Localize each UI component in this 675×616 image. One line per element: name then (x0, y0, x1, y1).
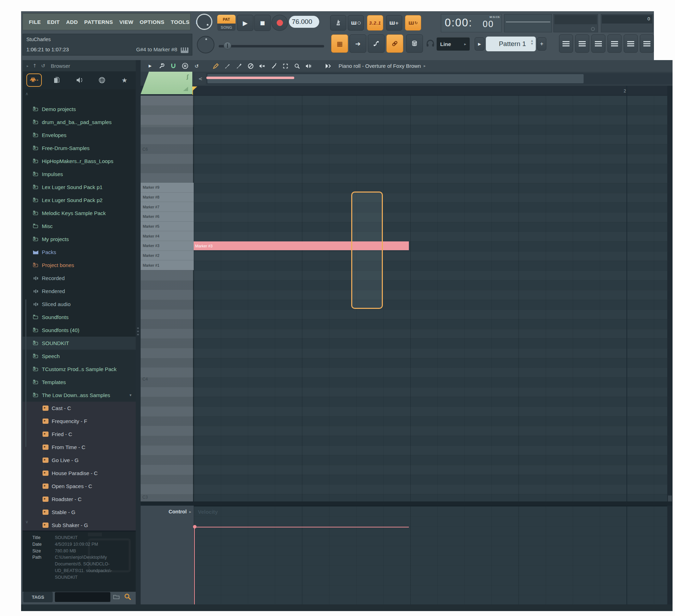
pencil-tool-icon[interactable] (212, 62, 220, 70)
cpu-panel[interactable]: 0 (601, 14, 653, 32)
up-level-icon[interactable]: ↑ (33, 63, 37, 69)
browser-item[interactable]: Melodic Keys Sample Pack (22, 207, 136, 220)
browser-item[interactable]: TCustomz Prod..s Sample Pack (22, 363, 136, 376)
metronome-button[interactable] (330, 15, 346, 31)
multilink-controllers-button[interactable] (406, 34, 423, 53)
browser-item[interactable]: My projects (22, 233, 136, 246)
browser-item[interactable]: Sliced audio (22, 298, 136, 311)
record-button[interactable] (271, 15, 288, 31)
tab-current-sound[interactable] (72, 73, 88, 87)
wait-for-input-button[interactable]: Ш (348, 15, 364, 31)
browser-item[interactable]: From Time - C (22, 441, 136, 454)
playhead-flag[interactable] (192, 86, 197, 91)
pattern-selector[interactable]: Pattern 1▲▼ (486, 37, 536, 51)
marker-key[interactable]: Marker #7 (141, 202, 194, 212)
zoom-tool-icon[interactable] (293, 62, 301, 70)
pattern-spinner[interactable]: ▲▼ (531, 40, 533, 45)
browser-item[interactable]: Recorded (22, 272, 136, 285)
typing-keyboard-link-button[interactable] (386, 34, 403, 53)
piano-keyboard-column[interactable]: C6 C4 C3 Marker #9Marker #8Marker #7Mark… (141, 96, 194, 501)
marker-key[interactable]: Marker #3 (141, 241, 194, 251)
tempo-display[interactable]: 76.000 (289, 16, 319, 28)
slide-notes-button[interactable] (368, 34, 385, 53)
control-chevron-icon[interactable]: ▸ (189, 510, 191, 514)
follow-playback-button[interactable]: ➔ (349, 34, 366, 53)
add-pattern-button[interactable]: + (537, 37, 546, 51)
tab-files[interactable] (49, 73, 64, 87)
browser-item[interactable]: Soundfonts (40) (22, 324, 136, 337)
browser-item[interactable]: The Low Down..ass Samples ▾ (22, 389, 136, 402)
channel-rack-window-button[interactable] (591, 34, 605, 53)
select-tool-icon[interactable] (282, 62, 289, 70)
delete-tool-icon[interactable] (247, 62, 255, 70)
mixer-window-button[interactable] (608, 34, 622, 53)
slice-tool-icon[interactable] (270, 62, 278, 70)
timeline[interactable]: 2 (141, 86, 673, 96)
piano-roll-title[interactable]: Piano roll - Overture of Foxy Brown (339, 63, 421, 69)
marker-key[interactable]: Marker #8 (141, 193, 194, 202)
playback-tool-icon[interactable] (305, 62, 313, 70)
browser-item[interactable]: Speech (22, 350, 136, 363)
browser-item[interactable]: Sub Shaker - G (22, 519, 136, 531)
piano-roll-window-button[interactable] (575, 34, 589, 53)
target-channel-speaker-icon[interactable] (324, 62, 332, 70)
velocity-point[interactable] (193, 525, 197, 529)
browser-scrollbar[interactable] (25, 299, 26, 447)
browser-item[interactable]: Stable - G (22, 506, 136, 519)
undo-icon[interactable]: ↺ (193, 62, 200, 70)
countdown-button[interactable]: 3.2.1 (367, 15, 383, 31)
tags-search-icon[interactable] (124, 593, 131, 602)
marker-key[interactable]: Marker #4 (141, 231, 194, 241)
marker-key[interactable]: Marker #2 (141, 251, 194, 261)
magnet-snap-icon[interactable] (169, 62, 177, 70)
playlist-window-button[interactable] (559, 34, 573, 53)
mute-tool-icon[interactable] (258, 62, 266, 70)
options-menu-icon[interactable]: ▶ (146, 62, 154, 70)
browser-item[interactable]: Packs (22, 246, 136, 259)
tab-online[interactable] (94, 73, 110, 87)
shuffle-knob[interactable] (196, 14, 212, 30)
browser-item[interactable]: Project bones (22, 259, 136, 272)
splitter-grip[interactable] (137, 328, 139, 337)
velocity-level-line[interactable] (194, 527, 409, 527)
browser-item[interactable]: Free-Drum-Samples (22, 142, 136, 155)
paint-sequence-tool-icon[interactable] (235, 62, 243, 70)
browser-item[interactable]: Lex Luger Sound Pack p2 (22, 194, 136, 207)
browser-item[interactable]: Lex Luger Sound Pack p1 (22, 181, 136, 194)
master-volume-knob[interactable] (197, 36, 214, 53)
browser-item[interactable]: drum_and_ba.._pad_samples (22, 116, 136, 129)
browser-item[interactable]: House Paradise - C (22, 467, 136, 480)
menu-item[interactable]: FILE (26, 19, 44, 25)
tab-samples[interactable] (26, 73, 42, 87)
paint-tool-icon[interactable] (224, 62, 231, 70)
menu-item[interactable]: PATTERNS (81, 19, 116, 25)
browser-item[interactable]: Demo projects (22, 103, 136, 116)
browser-item[interactable]: Envelopes (22, 129, 136, 142)
time-display[interactable]: 0:00: 00 M:S:CS (441, 14, 502, 32)
plugin-picker-window-button[interactable] (640, 34, 654, 53)
scroll-up-icon[interactable]: ∧ (25, 91, 28, 96)
grid-control-divider[interactable] (141, 501, 673, 506)
note-grid[interactable]: Marker #3 (194, 96, 667, 501)
tags-input[interactable] (55, 592, 110, 602)
tab-favorites[interactable]: ★ (117, 73, 132, 87)
menu-item[interactable]: ADD (63, 19, 81, 25)
tags-folder-icon[interactable] (113, 594, 120, 601)
marker-key[interactable]: Marker #6 (141, 212, 194, 222)
refresh-icon[interactable]: ↺ (41, 63, 45, 69)
browser-item[interactable]: HipHopMakers..r_Bass_Loops (22, 155, 136, 168)
stop-button[interactable]: ■ (254, 15, 271, 31)
browser-item[interactable]: Open Spaces - C (22, 480, 136, 493)
tool-options-icon[interactable] (158, 62, 166, 70)
pat-song-toggle[interactable]: PAT SONG (217, 15, 236, 31)
menu-item[interactable]: VIEW (116, 19, 136, 25)
oscilloscope-panel[interactable] (504, 14, 552, 32)
browser-item[interactable]: Templates (22, 376, 136, 389)
browser-item[interactable]: Cast - C (22, 402, 136, 415)
marker-key[interactable]: Marker #1 (141, 260, 194, 270)
browser-item[interactable]: Misc (22, 220, 136, 233)
collapse-arrow-icon[interactable]: ▸ (27, 64, 28, 68)
marker-key[interactable]: Marker #9 (141, 183, 194, 193)
menu-item[interactable]: OPTIONS (136, 19, 167, 25)
scroll-down-icon[interactable]: ∨ (25, 519, 28, 524)
